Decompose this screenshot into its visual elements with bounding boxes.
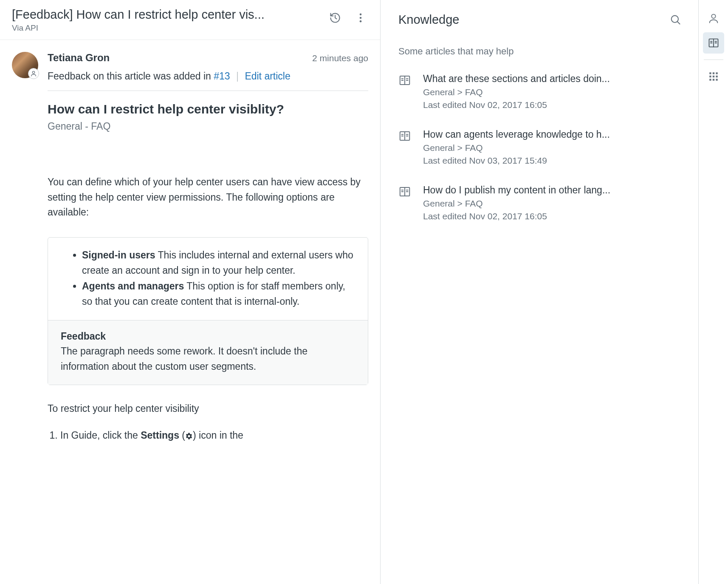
step-open-paren: ( bbox=[179, 430, 185, 441]
article-breadcrumb: General - FAQ bbox=[48, 121, 368, 132]
article-title: How can I restrict help center visiblity… bbox=[48, 102, 368, 116]
svg-rect-35 bbox=[712, 76, 714, 77]
step-prefix: In Guide, click the bbox=[60, 430, 141, 441]
option-signed-in-users: Signed-in users This includes internal a… bbox=[82, 248, 355, 278]
feedback-box-title: Feedback bbox=[61, 331, 355, 342]
instruction-step-1: In Guide, click the Settings () icon in … bbox=[60, 428, 368, 443]
option-agents-managers: Agents and managers This option is for s… bbox=[82, 279, 355, 309]
svg-rect-33 bbox=[716, 72, 717, 74]
article-item-edited: Last edited Nov 03, 2017 15:49 bbox=[423, 156, 683, 166]
author-name: Tetiana Gron bbox=[48, 52, 110, 64]
article-item-title: How do I publish my content in other lan… bbox=[423, 184, 683, 196]
user-badge-icon bbox=[28, 68, 39, 79]
svg-point-0 bbox=[360, 14, 362, 16]
page-subtitle: Via API bbox=[12, 23, 321, 33]
instructions-list: In Guide, click the Settings () icon in … bbox=[48, 428, 368, 443]
option-label: Agents and managers bbox=[82, 281, 184, 292]
knowledge-header: Knowledge bbox=[398, 12, 683, 27]
svg-rect-36 bbox=[716, 76, 717, 77]
article-info: How do I publish my content in other lan… bbox=[423, 184, 683, 221]
step-bold: Settings bbox=[141, 430, 179, 441]
header-actions bbox=[327, 10, 368, 26]
svg-point-3 bbox=[32, 71, 34, 74]
svg-point-1 bbox=[360, 17, 362, 19]
main-header: [Feedback] How can I restrict help cente… bbox=[0, 0, 380, 40]
article-item-category: General > FAQ bbox=[423, 143, 683, 153]
svg-rect-38 bbox=[712, 79, 714, 80]
article-intro: You can define which of your help center… bbox=[48, 175, 368, 220]
svg-line-5 bbox=[677, 22, 680, 24]
article-item-edited: Last edited Nov 02, 2017 16:05 bbox=[423, 211, 683, 221]
main-column: [Feedback] How can I restrict help cente… bbox=[0, 0, 381, 584]
rail-knowledge-icon[interactable] bbox=[703, 32, 724, 54]
article-item-category: General > FAQ bbox=[423, 198, 683, 209]
svg-rect-39 bbox=[716, 79, 717, 80]
article-info: How can agents leverage knowledge to h..… bbox=[423, 129, 683, 166]
knowledge-subtitle: Some articles that may help bbox=[398, 46, 683, 57]
article-info: What are these sections and articles doi… bbox=[423, 73, 683, 110]
feedback-box-text: The paragraph needs some rework. It does… bbox=[61, 344, 355, 374]
options-list: Signed-in users This includes internal a… bbox=[69, 248, 355, 309]
author-row: Tetiana Gron 2 minutes ago bbox=[48, 52, 368, 64]
article-item[interactable]: What are these sections and articles doi… bbox=[398, 73, 683, 110]
book-icon bbox=[398, 130, 412, 143]
ticket-body: Tetiana Gron 2 minutes ago Feedback on t… bbox=[0, 40, 380, 455]
article-item-title: What are these sections and articles doi… bbox=[423, 73, 683, 85]
rail-apps-icon[interactable] bbox=[703, 66, 724, 87]
feedback-prefix: Feedback on this article was added in bbox=[48, 71, 214, 82]
avatar bbox=[12, 52, 38, 78]
page-title: [Feedback] How can I restrict help cente… bbox=[12, 8, 296, 22]
svg-rect-32 bbox=[712, 72, 714, 74]
article-list: What are these sections and articles doi… bbox=[398, 73, 683, 221]
option-label: Signed-in users bbox=[82, 249, 155, 261]
history-icon[interactable] bbox=[327, 10, 343, 26]
feedback-ticket-link[interactable]: #13 bbox=[214, 71, 230, 82]
svg-rect-34 bbox=[709, 76, 711, 77]
article-item-category: General > FAQ bbox=[423, 87, 683, 97]
instructions-intro: To restrict your help center visibility bbox=[48, 403, 368, 414]
options-list-wrap: Signed-in users This includes internal a… bbox=[48, 238, 368, 320]
feedback-line: Feedback on this article was added in #1… bbox=[48, 71, 368, 91]
right-rail bbox=[698, 0, 728, 584]
svg-point-24 bbox=[711, 14, 715, 18]
rail-divider bbox=[704, 60, 723, 60]
more-icon[interactable] bbox=[353, 10, 368, 26]
ticket-content: Tetiana Gron 2 minutes ago Feedback on t… bbox=[48, 52, 368, 443]
gear-icon bbox=[185, 432, 193, 440]
edit-article-link[interactable]: Edit article bbox=[245, 71, 290, 82]
article-item-title: How can agents leverage knowledge to h..… bbox=[423, 129, 683, 140]
main-header-left: [Feedback] How can I restrict help cente… bbox=[12, 8, 321, 33]
book-icon bbox=[398, 185, 412, 199]
book-icon bbox=[398, 74, 412, 88]
knowledge-title: Knowledge bbox=[398, 13, 460, 27]
step-close: ) icon in the bbox=[193, 430, 243, 441]
article-item[interactable]: How do I publish my content in other lan… bbox=[398, 184, 683, 221]
separator: | bbox=[236, 71, 239, 82]
feedback-box: Feedback The paragraph needs some rework… bbox=[48, 320, 368, 384]
knowledge-panel: Knowledge Some articles that may help bbox=[381, 0, 698, 584]
rail-user-icon[interactable] bbox=[703, 8, 724, 29]
svg-point-2 bbox=[360, 20, 362, 23]
article-item-edited: Last edited Nov 02, 2017 16:05 bbox=[423, 100, 683, 110]
svg-rect-31 bbox=[709, 72, 711, 74]
svg-rect-37 bbox=[709, 79, 711, 80]
timestamp: 2 minutes ago bbox=[312, 53, 368, 63]
article-item[interactable]: How can agents leverage knowledge to h..… bbox=[398, 129, 683, 166]
options-box: Signed-in users This includes internal a… bbox=[48, 237, 368, 385]
search-icon[interactable] bbox=[668, 12, 683, 27]
